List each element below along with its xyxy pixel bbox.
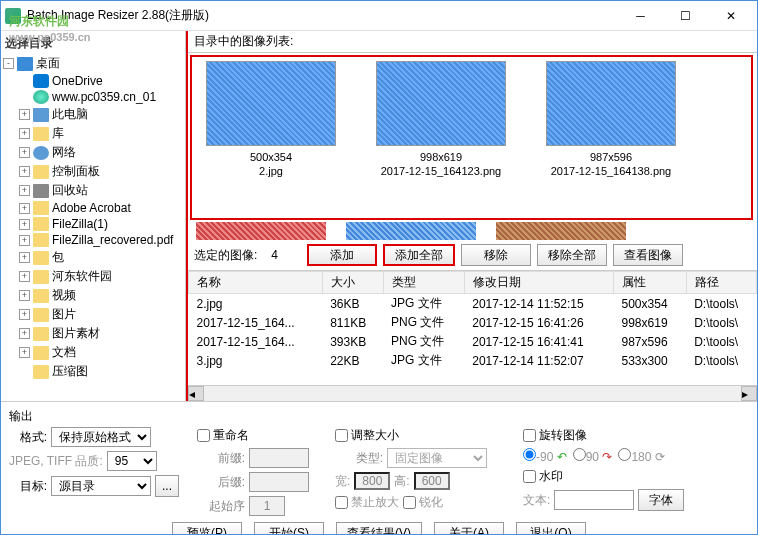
expand-icon[interactable]: +	[19, 219, 30, 230]
scroll-right-icon[interactable]: ▸	[741, 386, 757, 401]
tree-item[interactable]: +图片	[3, 305, 185, 324]
resize-checkbox[interactable]: 调整大小	[335, 427, 505, 444]
suffix-input[interactable]	[249, 472, 309, 492]
expand-icon[interactable]: +	[19, 309, 30, 320]
sharpen-checkbox[interactable]: 锐化	[403, 494, 443, 511]
about-button[interactable]: 关于(A)	[434, 522, 504, 535]
directory-tree[interactable]: -桌面OneDrivewww.pc0359.cn_01+此电脑+库+网络+控制面…	[1, 54, 185, 381]
table-header[interactable]: 路径	[686, 272, 756, 294]
quality-select[interactable]: 95	[107, 451, 157, 471]
table-header[interactable]: 属性	[614, 272, 687, 294]
tree-item[interactable]: +Adobe Acrobat	[3, 200, 185, 216]
remove-all-button[interactable]: 移除全部	[537, 244, 607, 266]
noenlarge-checkbox[interactable]: 禁止放大	[335, 494, 399, 511]
thumbnail-row-partial	[188, 222, 757, 240]
add-button[interactable]: 添加	[307, 244, 377, 266]
thumbnail-item[interactable]: 500x3542.jpg	[196, 61, 346, 214]
add-all-button[interactable]: 添加全部	[383, 244, 455, 266]
tree-item[interactable]: +河东软件园	[3, 267, 185, 286]
rename-checkbox[interactable]: 重命名	[197, 427, 317, 444]
expand-icon[interactable]: +	[19, 271, 30, 282]
tree-item[interactable]: +FileZilla_recovered.pdf	[3, 232, 185, 248]
font-button[interactable]: 字体	[638, 489, 684, 511]
tree-item[interactable]: 压缩图	[3, 362, 185, 381]
format-select[interactable]: 保持原始格式	[51, 427, 151, 447]
rotate-180-radio[interactable]: 180 ⟳	[618, 448, 664, 464]
table-row[interactable]: 2.jpg36KBJPG 文件2017-12-14 11:52:15500x35…	[189, 294, 757, 314]
scroll-left-icon[interactable]: ◂	[188, 386, 204, 401]
target-select[interactable]: 源目录	[51, 476, 151, 496]
table-row[interactable]: 2017-12-15_164...811KBPNG 文件2017-12-15 1…	[189, 313, 757, 332]
expand-icon[interactable]: +	[19, 147, 30, 158]
expand-icon[interactable]: +	[19, 235, 30, 246]
tree-item[interactable]: +包	[3, 248, 185, 267]
image-list-header: 目录中的图像列表:	[188, 31, 757, 53]
tree-item[interactable]: +库	[3, 124, 185, 143]
selected-label: 选定的图像:	[194, 247, 257, 264]
rotate-m90-radio[interactable]: -90 ↶	[523, 448, 567, 464]
thumbnail-item[interactable]: 998x6192017-12-15_164123.png	[366, 61, 516, 214]
height-input[interactable]	[414, 472, 450, 490]
table-row[interactable]: 3.jpg22KBJPG 文件2017-12-14 11:52:07533x30…	[189, 351, 757, 370]
rotate-checkbox[interactable]: 旋转图像	[523, 427, 703, 444]
close-button[interactable]: ✕	[708, 2, 753, 30]
thumbnail-grid[interactable]: 500x3542.jpg998x6192017-12-15_164123.png…	[190, 55, 753, 220]
prefix-input[interactable]	[249, 448, 309, 468]
output-section-label: 输出	[9, 406, 749, 427]
table-cell: 987x596	[614, 332, 687, 351]
tree-item[interactable]: +视频	[3, 286, 185, 305]
rotate-p90-radio[interactable]: 90 ↷	[573, 448, 613, 464]
view-result-button[interactable]: 查看结果(V)	[336, 522, 422, 535]
table-row[interactable]: 2017-12-15_164...393KBPNG 文件2017-12-15 1…	[189, 332, 757, 351]
start-button[interactable]: 开始(S)	[254, 522, 324, 535]
file-table[interactable]: 名称大小类型修改日期属性路径2.jpg36KBJPG 文件2017-12-14 …	[188, 270, 757, 385]
table-header[interactable]: 类型	[383, 272, 464, 294]
watermark-text-input[interactable]	[554, 490, 634, 510]
expand-icon[interactable]: +	[19, 328, 30, 339]
resize-type-select[interactable]: 固定图像	[387, 448, 487, 468]
expand-icon[interactable]: +	[19, 347, 30, 358]
remove-button[interactable]: 移除	[461, 244, 531, 266]
tree-item[interactable]: +FileZilla(1)	[3, 216, 185, 232]
tree-item[interactable]: +文档	[3, 343, 185, 362]
tree-item[interactable]: +回收站	[3, 181, 185, 200]
tree-item[interactable]: www.pc0359.cn_01	[3, 89, 185, 105]
tree-label: 此电脑	[52, 106, 88, 123]
tree-item[interactable]: +网络	[3, 143, 185, 162]
tree-label: FileZilla_recovered.pdf	[52, 233, 173, 247]
browse-button[interactable]: ...	[155, 475, 179, 497]
startnum-input[interactable]	[249, 496, 285, 516]
watermark-checkbox[interactable]: 水印	[523, 468, 703, 485]
minimize-button[interactable]: ─	[618, 2, 663, 30]
expand-icon[interactable]: +	[19, 203, 30, 214]
tree-label: www.pc0359.cn_01	[52, 90, 156, 104]
expand-icon[interactable]: +	[19, 290, 30, 301]
preview-button[interactable]: 预览(P)	[172, 522, 242, 535]
thumbnail-dimensions: 500x354	[196, 150, 346, 164]
expand-icon[interactable]: +	[19, 185, 30, 196]
tree-item[interactable]: -桌面	[3, 54, 185, 73]
folder-icon	[33, 217, 49, 231]
tree-item[interactable]: OneDrive	[3, 73, 185, 89]
selection-toolbar: 选定的图像: 4 添加 添加全部 移除 移除全部 查看图像	[188, 240, 757, 270]
maximize-button[interactable]: ☐	[663, 2, 708, 30]
expand-icon[interactable]: +	[19, 166, 30, 177]
view-image-button[interactable]: 查看图像	[613, 244, 683, 266]
table-cell: JPG 文件	[383, 294, 464, 314]
table-header[interactable]: 大小	[322, 272, 383, 294]
horizontal-scrollbar[interactable]: ◂ ▸	[188, 385, 757, 401]
expand-icon[interactable]: +	[19, 252, 30, 263]
expand-icon[interactable]: +	[19, 109, 30, 120]
tree-item[interactable]: +此电脑	[3, 105, 185, 124]
table-header[interactable]: 名称	[189, 272, 323, 294]
exit-button[interactable]: 退出(Q)	[516, 522, 586, 535]
thumbnail-item[interactable]: 987x5962017-12-15_164138.png	[536, 61, 686, 214]
tree-label: FileZilla(1)	[52, 217, 108, 231]
expand-icon[interactable]: -	[3, 58, 14, 69]
tree-item[interactable]: +控制面板	[3, 162, 185, 181]
table-header[interactable]: 修改日期	[464, 272, 613, 294]
expand-icon[interactable]: +	[19, 128, 30, 139]
tree-item[interactable]: +图片素材	[3, 324, 185, 343]
folder-icon	[33, 308, 49, 322]
width-input[interactable]	[354, 472, 390, 490]
